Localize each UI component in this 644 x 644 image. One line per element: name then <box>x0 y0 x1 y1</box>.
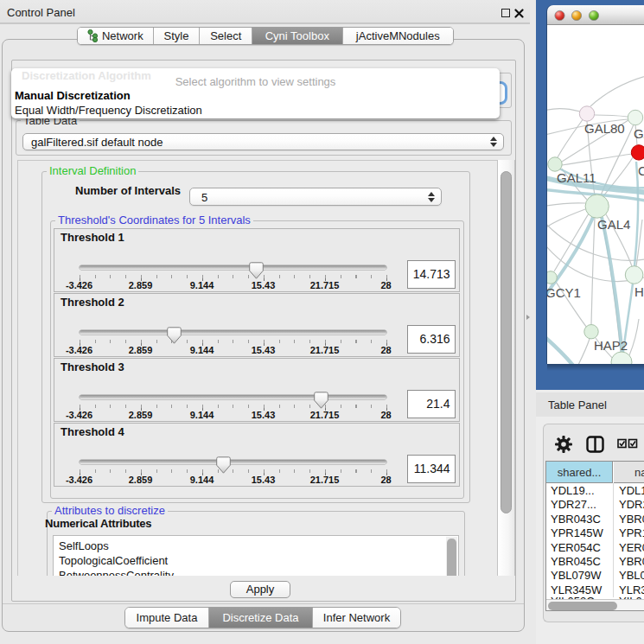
svg-text:GAL80: GAL80 <box>584 121 625 136</box>
svg-text:GAL4: GAL4 <box>597 217 630 232</box>
svg-text:GCY1: GCY1 <box>547 285 581 300</box>
svg-text:H: H <box>634 284 644 299</box>
svg-text:GAL11: GAL11 <box>557 170 596 185</box>
svg-text:C: C <box>638 163 644 178</box>
svg-text:HAP2: HAP2 <box>594 338 628 353</box>
svg-text:GA: GA <box>634 126 644 141</box>
